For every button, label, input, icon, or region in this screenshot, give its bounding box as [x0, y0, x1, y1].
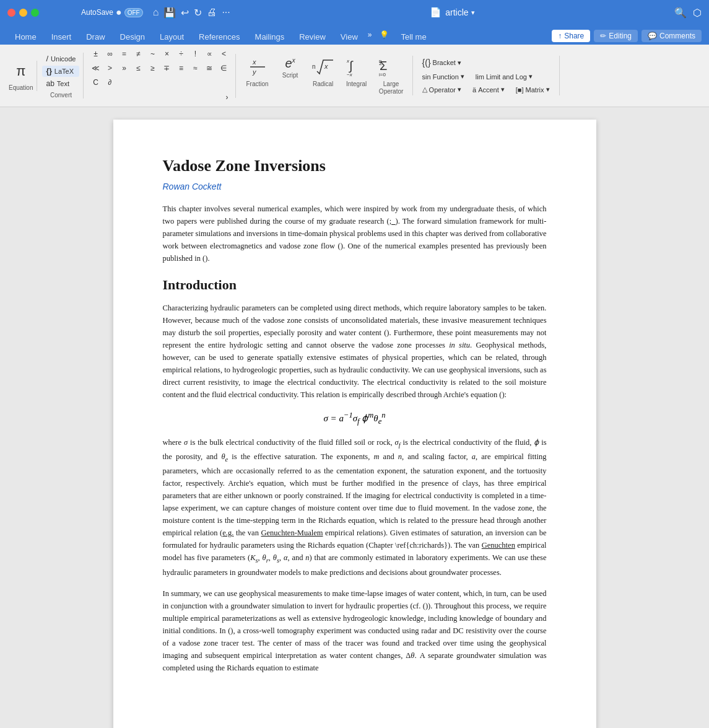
autosave-label: AutoSave [81, 8, 113, 17]
sym-partial[interactable]: ∂ [103, 76, 116, 89]
tell-me-btn[interactable]: Tell me [394, 29, 434, 45]
sym-approx[interactable]: ≈ [188, 61, 202, 75]
tab-review[interactable]: Review [292, 29, 333, 45]
more-symbols-btn[interactable]: › [223, 90, 230, 104]
radical-btn[interactable]: n x Radical [307, 54, 339, 90]
undo-icon[interactable]: ↩ [181, 7, 189, 19]
function-btn[interactable]: sin Function ▾ [418, 71, 469, 82]
sym-div[interactable]: ÷ [174, 47, 188, 61]
minimize-button[interactable] [19, 9, 27, 17]
large-operator-label: LargeOperator [379, 81, 403, 95]
operator-accent-row: △ Operator ▾ ä Accent ▾ [■] Matrix ▾ [418, 84, 554, 95]
sym-gg[interactable]: » [117, 61, 131, 75]
ribbon-right-actions: ↑ Share ✏ Editing 💬 Comments [552, 30, 702, 45]
tab-draw[interactable]: Draw [79, 29, 112, 45]
sym-C[interactable]: C [89, 76, 102, 89]
share-profile-icon[interactable]: ⬡ [693, 7, 702, 19]
script-label: Script [282, 72, 298, 79]
sym-in[interactable]: ∈ [217, 61, 230, 75]
sym-ll[interactable]: ≪ [89, 61, 102, 75]
text-label: Text [57, 80, 69, 87]
function-chevron: ▾ [461, 72, 464, 81]
redo-icon[interactable]: ↻ [194, 7, 202, 19]
sym-inf[interactable]: ∞ [103, 47, 116, 61]
convert-label: Convert [50, 92, 72, 99]
paragraph-1: This chapter involves several numerical … [163, 203, 547, 265]
latex-label: LaTeX [54, 68, 74, 75]
sym-excl[interactable]: ! [188, 47, 202, 61]
more-tabs-icon[interactable]: » [365, 30, 375, 39]
autosave-toggle[interactable]: OFF [124, 8, 143, 17]
document-title: Vadose Zone Inversions [163, 157, 547, 175]
sym-tilde[interactable]: ~ [146, 47, 159, 61]
text-btn[interactable]: ab Text [42, 78, 79, 89]
sym-pm[interactable]: ± [89, 47, 102, 61]
sym-gt[interactable]: > [103, 61, 116, 75]
share-button[interactable]: ↑ Share [552, 30, 590, 42]
limit-log-btn[interactable]: lim Limit and Log ▾ [471, 71, 537, 82]
svg-text:i=0: i=0 [379, 72, 386, 76]
search-icon[interactable]: 🔍 [674, 7, 687, 19]
operator-btn[interactable]: △ Operator ▾ [418, 84, 466, 95]
equation-section: π Equation [5, 61, 37, 91]
close-button[interactable] [7, 9, 15, 17]
bracket-btn[interactable]: {(} Bracket ▾ [418, 56, 554, 69]
operator-icon: △ [422, 86, 427, 94]
sym-ge[interactable]: ≥ [146, 61, 159, 75]
equation-button[interactable]: π [12, 61, 29, 82]
tab-design[interactable]: Design [113, 29, 152, 45]
large-operator-btn[interactable]: n Σ Σ i=0 LargeOperator [374, 54, 409, 98]
sym-prop[interactable]: ∝ [202, 47, 216, 61]
save-icon[interactable]: 💾 [163, 7, 176, 19]
eg-link[interactable]: e.g. [222, 528, 233, 537]
ribbon-tabs: Home Insert Draw Design Layout Reference… [0, 25, 709, 45]
matrix-btn[interactable]: [■] Matrix ▾ [511, 84, 554, 95]
script-btn[interactable]: ex Script [275, 54, 306, 81]
accent-icon: ä [472, 86, 476, 94]
chevron-down-icon[interactable]: ▾ [471, 9, 475, 17]
sym-mp[interactable]: ∓ [160, 61, 173, 75]
maximize-button[interactable] [31, 9, 39, 17]
equation-toolbar: π Equation / Unicode {} LaTeX ab Text Co… [0, 45, 709, 107]
sym-neq[interactable]: ≠ [131, 47, 145, 61]
sym-lt[interactable]: < [217, 47, 230, 61]
sym-le[interactable]: ≤ [131, 61, 145, 75]
more-icon[interactable]: ··· [222, 7, 230, 19]
equation-text: σ = a−1σf ϕmθen [323, 413, 385, 423]
tab-mailings[interactable]: Mailings [248, 29, 292, 45]
accent-btn[interactable]: ä Accent ▾ [468, 84, 509, 95]
comments-bubble-icon: 💬 [648, 32, 657, 40]
tab-references[interactable]: References [191, 29, 247, 45]
editing-button[interactable]: ✏ Editing [594, 30, 638, 42]
unicode-btn[interactable]: / Unicode [42, 53, 79, 64]
print-icon[interactable]: 🖨 [207, 7, 217, 19]
tab-layout[interactable]: Layout [152, 29, 191, 45]
ref-link-1[interactable]: ;_ [389, 217, 396, 226]
genuchten-mualem-link[interactable]: Genuchten-Mualem [261, 528, 323, 537]
sym-times[interactable]: × [160, 47, 173, 61]
integral-btn[interactable]: x ∫ −x Integral [341, 54, 373, 90]
comments-button[interactable]: 💬 Comments [642, 30, 702, 42]
tab-insert[interactable]: Insert [44, 29, 79, 45]
genuchten-link[interactable]: Genuchten [482, 541, 515, 550]
bracket-label: Bracket [433, 59, 456, 66]
tab-home[interactable]: Home [7, 29, 44, 45]
home-icon[interactable]: ⌂ [153, 7, 159, 19]
tell-me-icon: 💡 [375, 30, 394, 39]
titlebar-right: 🔍 ⬡ [674, 7, 702, 19]
document-author: Rowan Cockett [163, 182, 547, 191]
fraction-label: Fraction [246, 81, 268, 87]
latex-btn[interactable]: {} LaTeX [42, 66, 79, 77]
paragraph-3: where σ is the bulk electrical conductiv… [163, 436, 547, 579]
ab-icon: ab [46, 79, 54, 88]
sym-eq[interactable]: = [117, 47, 131, 61]
function-limit-row: sin Function ▾ lim Limit and Log ▾ [418, 71, 554, 82]
sym-cong[interactable]: ≅ [202, 61, 216, 75]
operator-label: Operator [429, 86, 456, 94]
sym-equiv[interactable]: ≡ [174, 61, 188, 75]
tab-view[interactable]: View [333, 29, 365, 45]
fraction-btn[interactable]: x y Fraction [241, 54, 273, 90]
insert-row: x y Fraction ex Script n x Radical [235, 54, 411, 98]
comments-label: Comments [659, 32, 695, 40]
archie-equation: σ = a−1σf ϕmθen [163, 411, 547, 426]
